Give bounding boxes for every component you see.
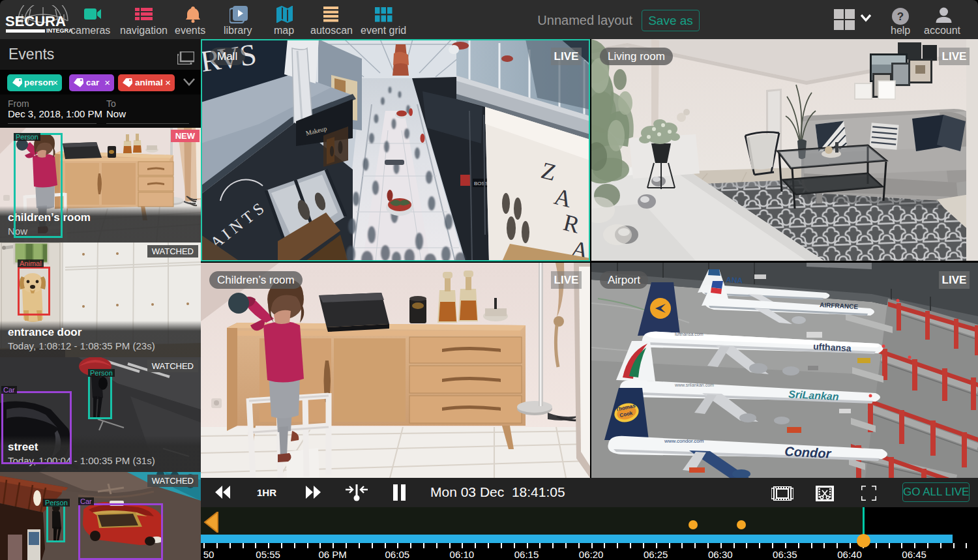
- svg-text:lufthansa.com: lufthansa.com: [675, 332, 704, 336]
- svg-text:?: ?: [897, 10, 904, 23]
- svg-text:ANA: ANA: [726, 275, 743, 285]
- svg-text:www.srilankan.com: www.srilankan.com: [674, 383, 714, 387]
- svg-text:Condor: Condor: [784, 444, 832, 461]
- svg-text:www.condor.com: www.condor.com: [664, 438, 704, 444]
- svg-text:ufthansa: ufthansa: [813, 341, 852, 353]
- svg-text:BOSS: BOSS: [474, 181, 488, 186]
